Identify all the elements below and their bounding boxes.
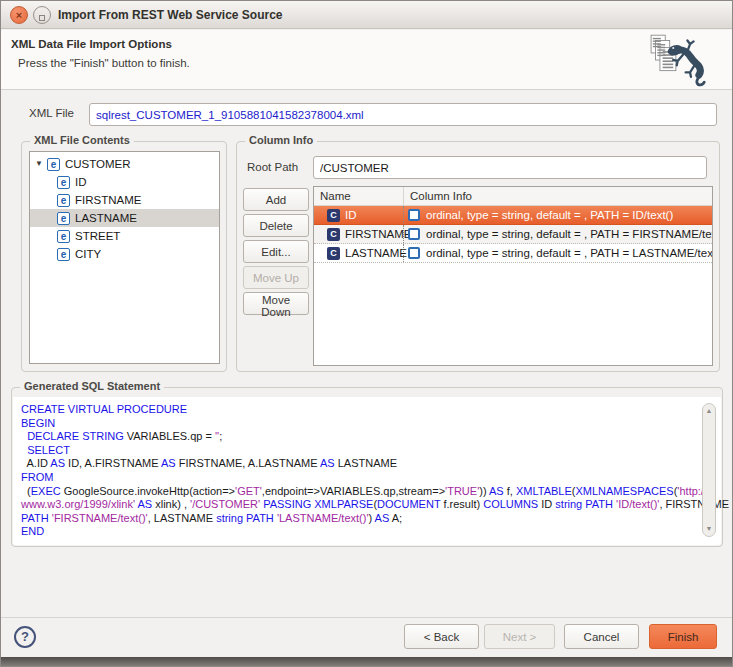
xml-file-contents-group-title: XML File Contents <box>30 134 134 146</box>
column-icon: C <box>327 209 340 222</box>
tree-item-label: STREET <box>75 230 120 242</box>
finish-button[interactable]: Finish <box>649 624 717 649</box>
column-name: FIRSTNAME <box>345 228 411 240</box>
cancel-button[interactable]: Cancel <box>564 624 639 649</box>
column-info-group: Column Info Root Path AddDeleteEdit...Mo… <box>236 141 720 372</box>
scroll-down-icon[interactable]: ▼ <box>704 523 714 535</box>
xml-file-input[interactable] <box>89 103 717 126</box>
sql-line: A.ID AS ID, A.FIRSTNAME AS FIRSTNAME, A.… <box>21 457 697 471</box>
import-wizard-dialog: × Import From REST Web Service Source XM… <box>0 0 733 667</box>
tree-item-label: LASTNAME <box>75 212 137 224</box>
tree-item-label: ID <box>75 176 87 188</box>
scroll-up-icon[interactable]: ▲ <box>704 405 714 417</box>
tree-item-label: CITY <box>75 248 101 260</box>
columns-table-body: CIDordinal, type = string, default = , P… <box>314 206 712 263</box>
checkbox-icon[interactable] <box>408 209 420 221</box>
column-name-cell: CLASTNAME <box>314 244 404 262</box>
tree-item-street[interactable]: eSTREET <box>30 227 219 245</box>
generated-sql-group: Generated SQL Statement CREATE VIRTUAL P… <box>11 387 723 547</box>
column-info-group-title: Column Info <box>245 134 317 146</box>
sql-statement-text: CREATE VIRTUAL PROCEDUREBEGIN DECLARE ST… <box>21 403 697 539</box>
tree-item-city[interactable]: eCITY <box>30 245 219 263</box>
generated-sql-group-title: Generated SQL Statement <box>20 380 164 392</box>
column-name-cell: CID <box>314 206 404 224</box>
table-row[interactable]: CLASTNAMEordinal, type = string, default… <box>314 244 712 263</box>
page-subtitle: Press the "Finish" button to finish. <box>18 57 190 69</box>
column-name: LASTNAME <box>345 247 407 259</box>
column-header-name: Name <box>314 187 404 205</box>
tree-item-firstname[interactable]: eFIRSTNAME <box>30 191 219 209</box>
sql-statement-area: CREATE VIRTUAL PROCEDUREBEGIN DECLARE ST… <box>13 397 721 545</box>
page-title: XML Data File Import Options <box>11 38 172 50</box>
column-name: ID <box>345 209 357 221</box>
sql-line: END <box>21 525 697 539</box>
element-icon: e <box>57 230 70 243</box>
column-icon: C <box>327 228 340 241</box>
element-icon: e <box>57 176 70 189</box>
table-row[interactable]: CIDordinal, type = string, default = , P… <box>314 206 712 225</box>
add-button[interactable]: Add <box>243 188 309 211</box>
window-bottom-edge <box>1 657 732 666</box>
column-info-cell: ordinal, type = string, default = , PATH… <box>404 247 712 259</box>
sql-line: PATH 'FIRSTNAME/text()', LASTNAME string… <box>21 512 697 526</box>
tree-item-root[interactable]: ▼eCUSTOMER <box>30 155 219 173</box>
element-icon: e <box>57 194 70 207</box>
help-icon[interactable]: ? <box>14 626 36 648</box>
column-info-text: ordinal, type = string, default = , PATH… <box>426 228 712 240</box>
root-path-label: Root Path <box>247 161 298 173</box>
restore-icon[interactable] <box>33 6 51 24</box>
element-icon: e <box>57 248 70 261</box>
sql-line: DECLARE STRING VARIABLES.qp = ''; <box>21 430 697 444</box>
move-up-button[interactable]: Move Up <box>243 266 309 289</box>
tree-item-lastname[interactable]: eLASTNAME <box>30 209 219 227</box>
restore-square-glyph <box>39 15 45 21</box>
next-button[interactable]: Next > <box>484 624 555 649</box>
move-down-button[interactable]: Move Down <box>243 292 309 315</box>
column-icon: C <box>327 247 340 260</box>
tree-item-label: FIRSTNAME <box>75 194 141 206</box>
teiid-lizard-documents-icon <box>644 33 706 87</box>
xml-file-label: XML File <box>29 107 74 119</box>
element-icon: e <box>57 212 70 225</box>
xml-contents-tree[interactable]: ▼eCUSTOMEReIDeFIRSTNAMEeLASTNAMEeSTREETe… <box>29 151 220 364</box>
close-icon[interactable]: × <box>10 6 28 24</box>
tree-item-id[interactable]: eID <box>30 173 219 191</box>
tree-expander-icon[interactable]: ▼ <box>35 155 47 173</box>
columns-table-header: Name Column Info <box>314 187 712 206</box>
sql-vertical-scrollbar[interactable]: ▲ ▼ <box>702 403 716 537</box>
sql-line: BEGIN <box>21 417 697 431</box>
window-title: Import From REST Web Service Source <box>58 8 283 22</box>
column-info-cell: ordinal, type = string, default = , PATH… <box>404 209 712 221</box>
sql-line: CREATE VIRTUAL PROCEDURE <box>21 403 697 417</box>
root-path-input[interactable] <box>313 156 707 179</box>
back-button[interactable]: < Back <box>404 624 479 649</box>
column-info-text: ordinal, type = string, default = , PATH… <box>426 247 712 259</box>
xml-file-contents-group: XML File Contents ▼eCUSTOMEReIDeFIRSTNAM… <box>21 141 227 372</box>
title-bar: × Import From REST Web Service Source <box>1 1 732 29</box>
delete-button[interactable]: Delete <box>243 214 309 237</box>
button-bar: ? < Back Next > Cancel Finish <box>1 617 732 657</box>
column-info-text: ordinal, type = string, default = , PATH… <box>426 209 673 221</box>
table-row[interactable]: CFIRSTNAMEordinal, type = string, defaul… <box>314 225 712 244</box>
checkbox-icon[interactable] <box>408 247 420 259</box>
checkbox-icon[interactable] <box>408 228 420 240</box>
columns-table[interactable]: Name Column Info CIDordinal, type = stri… <box>313 186 713 366</box>
column-info-cell: ordinal, type = string, default = , PATH… <box>404 228 712 240</box>
column-action-buttons: AddDeleteEdit...Move UpMove Down <box>243 188 309 318</box>
wizard-header: XML Data File Import Options Press the "… <box>1 30 732 90</box>
sql-line: FROM <box>21 471 697 485</box>
sql-line: SELECT <box>21 444 697 458</box>
column-name-cell: CFIRSTNAME <box>314 225 404 243</box>
element-icon: e <box>47 158 60 171</box>
edit-button[interactable]: Edit... <box>243 240 309 263</box>
column-header-info: Column Info <box>404 190 712 202</box>
sql-line: www.w3.org/1999/xlink' AS xlink) , '/CUS… <box>21 498 697 512</box>
tree-item-label: CUSTOMER <box>65 158 131 170</box>
sql-line: (EXEC GoogleSource.invokeHttp(action=>'G… <box>21 485 697 499</box>
